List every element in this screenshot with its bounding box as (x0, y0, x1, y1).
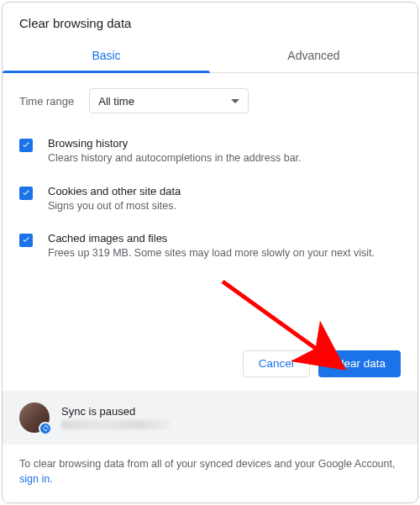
option-text: Browsing history Clears history and auto… (48, 137, 401, 166)
checkbox-browsing-history[interactable] (19, 139, 33, 152)
option-desc: Clears history and autocompletions in th… (48, 151, 401, 166)
clear-data-button[interactable]: Clear data (318, 350, 401, 377)
option-title: Cookies and other site data (48, 185, 401, 197)
option-cache: Cached images and files Frees up 319 MB.… (19, 232, 401, 261)
checkbox-cookies[interactable] (19, 187, 33, 200)
check-icon (21, 235, 31, 245)
dialog-title: Clear browsing data (3, 3, 417, 40)
tab-bar: Basic Advanced (3, 40, 417, 73)
footer-note: To clear browsing data from all of your … (3, 445, 417, 503)
check-icon (21, 140, 31, 150)
dialog-content: Time range All time Browsing history Cle… (3, 73, 417, 350)
sync-paused-badge-icon (39, 422, 52, 435)
button-row: Cancel Clear data (3, 350, 417, 391)
option-desc: Frees up 319 MB. Some sites may load mor… (48, 246, 401, 261)
time-range-value: All time (98, 95, 134, 108)
clear-browsing-data-dialog: Clear browsing data Basic Advanced Time … (2, 2, 418, 503)
option-title: Cached images and files (48, 232, 401, 245)
tab-advanced[interactable]: Advanced (210, 40, 417, 72)
option-text: Cached images and files Frees up 319 MB.… (48, 232, 401, 261)
time-range-label: Time range (19, 95, 74, 108)
check-icon (21, 188, 31, 198)
tab-basic[interactable]: Basic (3, 40, 210, 72)
sync-text: Sync is paused (61, 405, 401, 429)
time-range-row: Time range All time (19, 88, 401, 113)
sync-title: Sync is paused (61, 405, 401, 418)
footer-text-before: To clear browsing data from all of your … (19, 458, 395, 470)
footer-text-after: . (50, 473, 52, 485)
sync-section: Sync is paused (3, 391, 417, 445)
time-range-select[interactable]: All time (89, 88, 249, 113)
sync-email-blurred (61, 420, 171, 429)
option-desc: Signs you out of most sites. (48, 199, 401, 214)
option-text: Cookies and other site data Signs you ou… (48, 185, 401, 214)
option-browsing-history: Browsing history Clears history and auto… (19, 137, 401, 166)
cancel-button[interactable]: Cancel (243, 350, 310, 377)
sign-in-link[interactable]: sign in (19, 473, 50, 485)
checkbox-cache[interactable] (19, 234, 33, 247)
option-cookies: Cookies and other site data Signs you ou… (19, 185, 401, 214)
caret-down-icon (231, 99, 239, 103)
option-title: Browsing history (48, 137, 401, 150)
avatar (19, 402, 50, 433)
